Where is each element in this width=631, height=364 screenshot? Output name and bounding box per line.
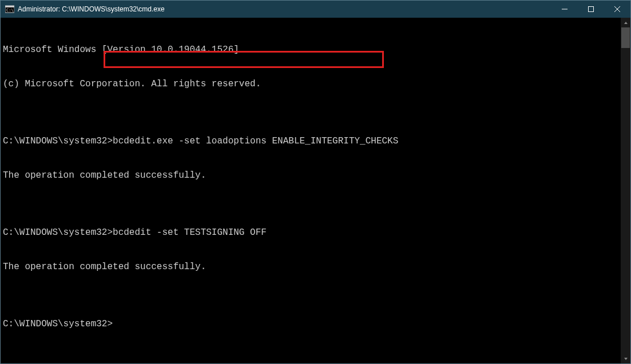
terminal-line: C:\WINDOWS\system32> (3, 318, 620, 330)
close-button[interactable] (604, 1, 630, 18)
window-controls (551, 1, 630, 18)
terminal-line: (c) Microsoft Corporation. All rights re… (3, 78, 620, 90)
svg-text:C:\: C:\ (6, 8, 14, 13)
window-title: Administrator: C:\WINDOWS\system32\cmd.e… (18, 5, 551, 13)
cmd-app-icon: C:\ (5, 5, 14, 14)
terminal-line: The operation completed successfully. (3, 261, 620, 273)
scroll-down-button[interactable] (621, 354, 630, 363)
terminal-line: The operation completed successfully. (3, 170, 620, 181)
terminal-line: C:\WINDOWS\system32>bcdedit -set TESTSIG… (3, 227, 620, 238)
terminal-client-area[interactable]: Microsoft Windows [Version 10.0.19044.15… (1, 18, 630, 363)
terminal-line: Microsoft Windows [Version 10.0.19044.15… (3, 44, 620, 55)
titlebar[interactable]: C:\ Administrator: C:\WINDOWS\system32\c… (1, 1, 630, 18)
scrollbar-track[interactable] (621, 27, 630, 354)
cmd-window: C:\ Administrator: C:\WINDOWS\system32\c… (0, 0, 631, 364)
svg-rect-4 (589, 7, 594, 12)
terminal-output[interactable]: Microsoft Windows [Version 10.0.19044.15… (3, 21, 620, 361)
svg-marker-7 (624, 22, 628, 24)
scrollbar-thumb[interactable] (621, 27, 630, 48)
svg-marker-8 (624, 358, 628, 360)
svg-rect-1 (5, 6, 14, 7)
terminal-line: C:\WINDOWS\system32>bcdedit.exe -set loa… (3, 135, 620, 147)
maximize-button[interactable] (578, 1, 604, 18)
vertical-scrollbar[interactable] (621, 18, 630, 363)
minimize-button[interactable] (551, 1, 578, 18)
scroll-up-button[interactable] (621, 18, 630, 27)
